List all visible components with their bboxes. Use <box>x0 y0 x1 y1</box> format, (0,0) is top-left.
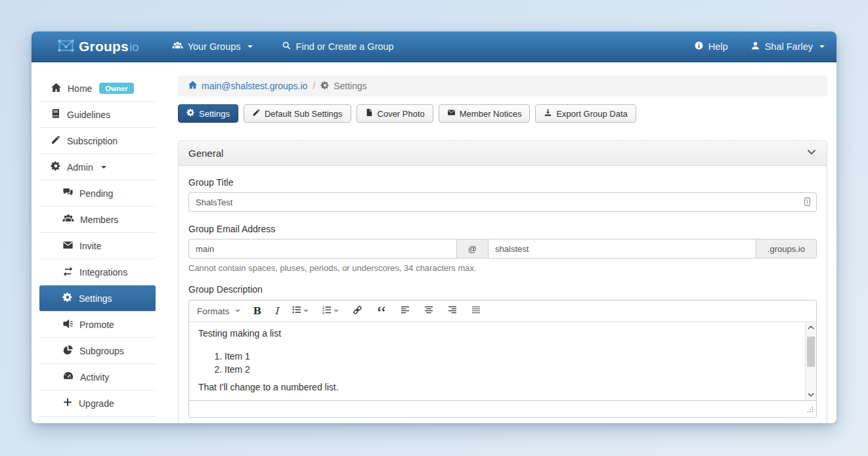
italic-button[interactable]: I <box>274 305 278 317</box>
sidebar-item-admin[interactable]: Admin <box>39 154 156 180</box>
sidebar-item-subgroups[interactable]: Subgroups <box>39 338 156 364</box>
sidebar-item-pending[interactable]: Pending <box>39 180 156 207</box>
sidebar-item-promote[interactable]: Promote <box>39 312 156 338</box>
tab-export-group-data[interactable]: Export Group Data <box>535 104 636 123</box>
gear-icon <box>62 292 73 304</box>
bullet-list-button[interactable] <box>292 304 309 318</box>
groups-io-suffix-addon: .groups.io <box>756 239 817 259</box>
help-label: Help <box>708 41 728 52</box>
your-groups-label: Your Groups <box>188 41 241 52</box>
autofill-icon[interactable] <box>803 197 812 209</box>
sidebar-item-home[interactable]: Home Owner <box>39 75 156 102</box>
brand-suffix: io <box>129 40 139 54</box>
sidebar-item-label: Invite <box>79 241 101 251</box>
align-left-button[interactable] <box>400 304 410 318</box>
chevron-down-icon[interactable] <box>806 147 817 159</box>
sidebar-item-activity[interactable]: Activity <box>39 364 156 390</box>
editor-content-area[interactable]: Testing making a list Item 1 Item 2 That… <box>189 322 805 400</box>
bold-button[interactable]: B <box>253 305 262 317</box>
file-image-icon <box>365 108 374 119</box>
sidebar-item-label: Settings <box>79 293 112 304</box>
tab-label: Default Sub Settings <box>265 109 343 119</box>
group-email-input-group: @ .groups.io <box>188 239 817 259</box>
formats-dropdown[interactable]: Formats <box>197 306 240 316</box>
group-email-domain-input[interactable] <box>488 239 756 259</box>
sidebar-item-label: Promote <box>79 320 114 330</box>
pencil-icon <box>51 135 61 147</box>
align-center-button[interactable] <box>423 304 434 318</box>
breadcrumb-separator: / <box>313 81 315 91</box>
tab-cover-photo[interactable]: Cover Photo <box>357 104 433 123</box>
chevron-down-icon <box>101 166 106 169</box>
users-icon <box>172 40 183 53</box>
resize-grip-icon[interactable] <box>806 404 814 416</box>
tab-label: Export Group Data <box>556 109 627 119</box>
scroll-up-arrow-icon[interactable] <box>806 322 816 333</box>
tab-settings[interactable]: Settings <box>178 104 238 123</box>
gear-icon <box>186 108 195 119</box>
sidebar-item-upgrade[interactable]: Upgrade <box>39 390 156 417</box>
gear-icon <box>320 81 330 92</box>
at-sign-addon: @ <box>456 239 488 259</box>
user-name-label: Shal Farley <box>765 41 813 52</box>
breadcrumb: main@shalstest.groups.io / Settings <box>178 75 827 96</box>
scroll-down-arrow-icon[interactable] <box>806 390 816 400</box>
align-center-icon <box>423 304 434 318</box>
find-or-create-group-link[interactable]: Find or Create a Group <box>282 41 394 52</box>
sidebar-item-label: Pending <box>79 188 113 199</box>
list-item: Item 2 <box>225 363 796 376</box>
brand-logo[interactable]: Groupsio <box>58 39 139 54</box>
editor-statusbar <box>189 401 816 417</box>
user-menu[interactable]: Shal Farley <box>750 41 825 52</box>
align-right-icon <box>447 304 458 318</box>
group-email-help-text: Cannot contain spaces, pluses, periods, … <box>188 263 817 273</box>
envelope-logo-icon <box>58 39 74 54</box>
breadcrumb-current: Settings <box>320 81 367 92</box>
chat-icon <box>62 187 74 200</box>
tab-member-notices[interactable]: Member Notices <box>439 104 531 123</box>
editor-scrollbar[interactable] <box>805 322 816 400</box>
sidebar-item-label: Guidelines <box>67 110 110 120</box>
group-title-label: Group Title <box>188 177 817 188</box>
numbered-list-icon <box>322 304 332 318</box>
plus-icon <box>62 397 73 409</box>
envelope-icon <box>62 239 74 253</box>
sidebar-item-integrations[interactable]: Integrations <box>39 259 156 285</box>
sidebar-item-invite[interactable]: Invite <box>39 233 156 259</box>
chevron-down-icon <box>235 310 240 312</box>
sidebar-item-subscription[interactable]: Subscription <box>39 128 156 154</box>
scrollbar-track[interactable] <box>806 333 816 390</box>
sidebar-item-guidelines[interactable]: Guidelines <box>39 102 156 128</box>
insert-link-button[interactable] <box>352 304 363 318</box>
blockquote-button[interactable] <box>376 304 387 318</box>
editor-numbered-list: Item 1 Item 2 <box>198 350 796 376</box>
editor-paragraph: That I'll change to a numbered list. <box>198 382 796 392</box>
sidebar-item-label: Activity <box>80 372 109 383</box>
sidebar-item-label: Home <box>68 83 92 94</box>
align-right-button[interactable] <box>447 304 458 318</box>
sidebar-item-members[interactable]: Members <box>39 207 156 233</box>
help-link[interactable]: Help <box>694 41 728 52</box>
editor-toolbar: Formats B I <box>189 301 816 322</box>
bullet-list-icon <box>292 304 302 318</box>
sidebar-item-label: Integrations <box>79 267 127 278</box>
breadcrumb-group-link[interactable]: main@shalstest.groups.io <box>188 80 307 92</box>
your-groups-menu[interactable]: Your Groups <box>172 40 253 53</box>
quote-icon <box>376 304 387 318</box>
panel-title: General <box>188 148 223 159</box>
numbered-list-button[interactable] <box>322 304 339 318</box>
group-email-local-input[interactable] <box>188 239 457 259</box>
scrollbar-thumb[interactable] <box>807 337 815 367</box>
editor-paragraph: Testing making a list <box>198 328 796 339</box>
sidebar-item-settings[interactable]: Settings <box>39 285 156 312</box>
chevron-down-icon <box>248 45 253 48</box>
sidebar-item-label: Subscription <box>67 136 118 146</box>
tab-default-sub-settings[interactable]: Default Sub Settings <box>244 104 351 123</box>
home-icon <box>188 80 198 92</box>
top-navbar: Groupsio Your Groups Find or Create a Gr… <box>32 31 836 62</box>
group-title-input[interactable] <box>188 192 817 212</box>
owner-badge: Owner <box>99 83 133 94</box>
chevron-down-icon <box>303 310 309 312</box>
general-panel-header[interactable]: General <box>179 141 827 166</box>
justify-button[interactable] <box>471 304 481 318</box>
